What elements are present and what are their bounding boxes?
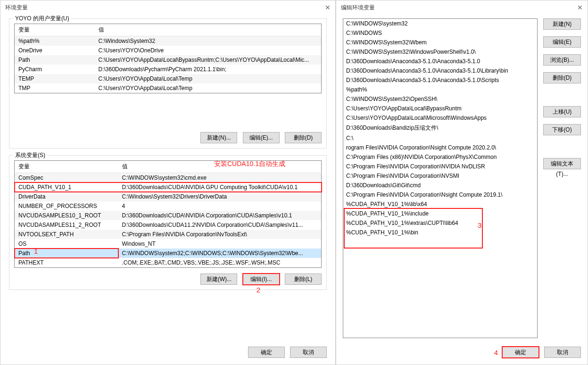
list-item[interactable]: D:\360Downloads\Anaconda3-5.1.0\Anaconda… (343, 57, 537, 66)
table-row[interactable]: DriverDataC:\Windows\System32\Drivers\Dr… (15, 192, 322, 201)
table-row[interactable]: PATHEXT.COM;.EXE;.BAT;.CMD;.VBS;.VBE;.JS… (15, 258, 322, 268)
list-item[interactable]: %CUDA_PATH_V10_1%\include (343, 209, 537, 218)
move-down-button[interactable]: 下移(O) (543, 124, 581, 135)
sys-new-button[interactable]: 新建(W)... (200, 274, 237, 285)
title-bar: 环境变量 ✕ (0, 0, 335, 15)
move-up-button[interactable]: 上移(U) (543, 106, 581, 117)
path-list[interactable]: C:\WINDOWS\system32C:\WINDOWSC:\WINDOWS\… (343, 18, 538, 338)
annot-1: 1 (34, 247, 38, 255)
list-item[interactable]: D:\360Downloads\Anaconda3-5.1.0\Anaconda… (343, 75, 537, 85)
table-row[interactable]: CUDA_PATH_V10_1D:\360Downloads\CUDA\NVID… (15, 182, 322, 192)
list-item[interactable]: C:\WINDOWS\System32\Wbem (343, 38, 537, 47)
user-delete-button[interactable]: 删除(D) (285, 132, 322, 143)
sys-delete-button[interactable]: 删除(L) (285, 274, 322, 285)
table-row[interactable]: PyCharmD:\360Downloads\Pycharm\PyCharm 2… (15, 65, 322, 74)
browse-button[interactable]: 浏览(B)... (543, 54, 581, 66)
list-item[interactable]: C:\Users\YOYO\AppData\Local\Microsoft\Wi… (343, 113, 537, 123)
user-new-button[interactable]: 新建(N)... (200, 132, 237, 143)
list-item[interactable]: %CUDA_PATH_V10_1%\lib\x64 (343, 199, 537, 209)
col-var: 变量 (15, 161, 118, 173)
list-item[interactable]: C:\Program Files\NVIDIA Corporation\NVID… (343, 162, 537, 171)
list-item[interactable]: C:\Users\YOYO\AppData\Local\BypassRuntm (343, 104, 537, 113)
table-row[interactable]: OneDriveC:\Users\YOYO\OneDrive (15, 46, 322, 55)
list-item[interactable]: C:\ (343, 133, 537, 143)
list-item[interactable]: C:\Program Files (x86)\NVIDIA Corporatio… (343, 152, 537, 162)
list-item[interactable]: C:\WINDOWS\system32 (343, 19, 537, 28)
close-icon[interactable]: ✕ (576, 4, 584, 11)
user-vars-table[interactable]: 变量 值 %path%C:\Windows\System32OneDriveC:… (14, 24, 322, 93)
list-item[interactable]: %path% (343, 85, 537, 94)
annot-2: 2 (257, 286, 260, 294)
list-item[interactable]: D:\360Downloads\Bandizip压缩文件\ (343, 123, 537, 133)
cancel-button[interactable]: 取消 (290, 347, 327, 358)
table-row[interactable]: NVCUDASAMPLES11_2_ROOTD:\360Downloads\CU… (15, 220, 322, 230)
user-edit-button[interactable]: 编辑(E)... (243, 132, 280, 143)
ok-button[interactable]: 确定 (248, 347, 285, 358)
list-item[interactable]: C:\WINDOWS\System32\WindowsPowerShell\v1… (343, 47, 537, 57)
user-vars-group: YOYO 的用户变量(U) 变量 值 %path%C:\Windows\Syst… (9, 18, 327, 149)
table-row[interactable]: TEMPC:\Users\YOYO\AppData\Local\Temp (15, 74, 322, 83)
title-bar: 编辑环境变量 ✕ (336, 0, 588, 15)
table-row[interactable]: NVCUDASAMPLES10_1_ROOTD:\360Downloads\CU… (15, 211, 322, 220)
list-item[interactable]: %CUDA_PATH_V10_1%\bin (343, 228, 537, 237)
table-row[interactable]: TMPC:\Users\YOYO\AppData\Local\Temp (15, 83, 322, 93)
edit-text-button[interactable]: 编辑文本(T)... (543, 158, 581, 169)
table-row[interactable]: PathC:\WINDOWS\system32;C:\WINDOWS;C:\WI… (15, 249, 322, 258)
list-item[interactable]: C:\WINDOWS (343, 28, 537, 38)
table-row[interactable]: ComSpecC:\WINDOWS\system32\cmd.exe (15, 173, 322, 183)
col-var: 变量 (15, 24, 95, 36)
dialog-title: 环境变量 (5, 4, 28, 12)
dialog-title: 编辑环境变量 (341, 4, 375, 12)
sys-vars-group: 系统变量(S) 变量 值 ComSpecC:\WINDOWS\system32\… (9, 155, 327, 290)
ok-button[interactable]: 确定 (502, 347, 539, 358)
edit-button[interactable]: 编辑(E) (543, 36, 581, 48)
sys-edit-button[interactable]: 编辑(I)... (243, 274, 280, 285)
table-row[interactable]: %path%C:\Windows\System32 (15, 36, 322, 46)
annot-cuda-label: 安装CUDA10.1自动生成 (214, 160, 285, 168)
list-item[interactable]: rogram Files\NVIDIA Corporation\Nsight C… (343, 143, 537, 152)
list-item[interactable]: D:\360Downloads\Anaconda3-5.1.0\Anaconda… (343, 66, 537, 75)
sys-vars-label: 系统变量(S) (13, 151, 47, 159)
list-item[interactable]: C:\WINDOWS\System32\OpenSSH\ (343, 94, 537, 104)
table-row[interactable]: NVTOOLSEXT_PATHC:\Program Files\NVIDIA C… (15, 230, 322, 239)
user-vars-label: YOYO 的用户变量(U) (13, 15, 71, 23)
edit-env-var-dialog: 编辑环境变量 ✕ C:\WINDOWS\system32C:\WINDOWSC:… (336, 0, 588, 365)
sys-vars-table[interactable]: 变量 值 ComSpecC:\WINDOWS\system32\cmd.exeC… (14, 160, 322, 268)
table-row[interactable]: OSWindows_NT (15, 239, 322, 249)
list-item[interactable]: C:\Program Files\NVIDIA Corporation\NVSM… (343, 171, 537, 181)
list-item[interactable]: D:\360Downloads\Git\Git\cmd (343, 181, 537, 190)
table-row[interactable]: PathC:\Users\YOYO\AppData\Local\BypassRu… (15, 55, 322, 65)
cancel-button[interactable]: 取消 (544, 347, 581, 358)
annot-3: 3 (478, 221, 481, 229)
new-button[interactable]: 新建(N) (543, 18, 581, 30)
annot-4: 4 (494, 348, 498, 357)
list-item[interactable]: C:\Program Files\NVIDIA Corporation\Nsig… (343, 190, 537, 199)
table-row[interactable]: NUMBER_OF_PROCESSORS4 (15, 201, 322, 211)
list-item[interactable]: %CUDA_PATH_V10_1%\extras\CUPTI\lib64 (343, 218, 537, 228)
delete-button[interactable]: 删除(D) (543, 72, 581, 83)
col-val: 值 (95, 24, 322, 36)
env-vars-dialog: 环境变量 ✕ YOYO 的用户变量(U) 变量 值 %path%C:\Windo… (0, 0, 336, 365)
close-icon[interactable]: ✕ (324, 4, 331, 11)
